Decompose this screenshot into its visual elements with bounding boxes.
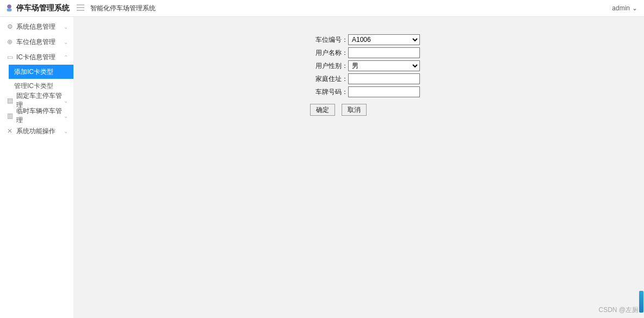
input-user-name[interactable] [348,47,420,58]
cancel-button[interactable]: 取消 [342,104,367,116]
card-icon: ▭ [5,53,14,61]
sidebar-item-parking-info[interactable]: ⊕ 车位信息管理 ⌄ [0,34,73,49]
chevron-down-icon: ⌄ [64,39,68,45]
sidebar-item-label: 车位信息管理 [16,38,64,47]
select-user-gender[interactable]: 男 [348,60,420,71]
input-address[interactable] [348,73,420,84]
label-plate-no: 车牌号码： [308,88,348,97]
chevron-down-icon: ⌄ [632,4,637,12]
select-parking-no[interactable]: A1006 [348,34,420,45]
header: 停车场管理系统 智能化停车场管理系统 admin ⌄ [0,0,644,17]
watermark: CSDN @左厕 [598,305,639,315]
chevron-up-icon: ⌃ [64,54,68,60]
submenu-ic-card: 添加IC卡类型 管理IC卡类型 [0,65,73,93]
sidebar-item-fixed-owner[interactable]: ▤ 固定车主停车管理 ⌄ [0,93,73,108]
user-name: admin [612,4,630,12]
gear-icon: ⚙ [5,23,14,30]
sidebar-subitem-add-ic-card-type[interactable]: 添加IC卡类型 [9,65,73,79]
label-user-name: 用户名称： [308,48,348,58]
sidebar: ⚙ 系统信息管理 ⌄ ⊕ 车位信息管理 ⌄ ▭ IC卡信息管理 ⌃ 添加IC卡类… [0,17,74,318]
ok-button[interactable]: 确定 [310,104,335,116]
sidebar-item-label: IC卡信息管理 [16,53,64,62]
label-parking-no: 车位编号： [308,35,348,45]
tools-icon: ✕ [5,127,14,135]
scrollbar[interactable] [639,17,644,318]
scrollbar-thumb[interactable] [639,291,643,313]
chevron-down-icon: ⌄ [64,128,68,134]
sidebar-item-label: 系统信息管理 [16,22,64,32]
user-menu[interactable]: admin ⌄ [612,4,644,12]
sidebar-item-temp-vehicle[interactable]: ▥ 临时车辆停车管理 ⌄ [0,108,73,123]
grid-icon: ▤ [5,97,14,104]
svg-point-0 [7,4,11,9]
menu-toggle-icon[interactable] [74,4,87,13]
sidebar-subitem-label: 添加IC卡类型 [14,67,53,77]
brand: 停车场管理系统 [0,3,74,13]
chevron-down-icon: ⌄ [64,24,68,30]
sidebar-item-label: 系统功能操作 [16,127,64,136]
content-area: 车位编号： A1006 用户名称： 用户性别： 男 家庭住址： 车牌号码： [74,17,644,318]
label-user-gender: 用户性别： [308,61,348,71]
chevron-down-icon: ⌄ [64,98,68,104]
sidebar-item-ic-card[interactable]: ▭ IC卡信息管理 ⌃ [0,49,73,65]
label-address: 家庭住址： [308,74,348,84]
columns-icon: ▥ [5,112,14,120]
app-logo-icon [4,3,14,13]
sidebar-item-system-ops[interactable]: ✕ 系统功能操作 ⌄ [0,123,73,139]
ic-card-form: 车位编号： A1006 用户名称： 用户性别： 男 家庭住址： 车牌号码： [308,34,493,116]
sidebar-item-label: 临时车辆停车管理 [16,107,64,125]
brand-title: 停车场管理系统 [16,3,70,13]
sidebar-subitem-label: 管理IC卡类型 [14,82,53,91]
input-plate-no[interactable] [348,86,420,97]
chevron-down-icon: ⌄ [64,113,68,119]
plus-circle-icon: ⊕ [5,38,14,46]
sidebar-item-system-info[interactable]: ⚙ 系统信息管理 ⌄ [0,19,73,34]
breadcrumb: 智能化停车场管理系统 [90,4,156,13]
svg-rect-1 [7,9,12,11]
